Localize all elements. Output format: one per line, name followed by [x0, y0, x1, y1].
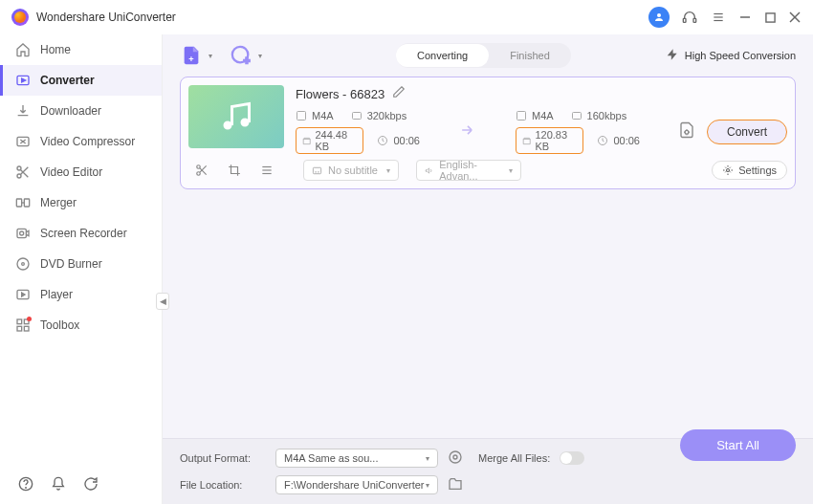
output-format-select[interactable]: M4A Same as sou... ▾: [275, 449, 438, 468]
svg-rect-36: [572, 113, 581, 120]
chevron-down-icon: ▾: [509, 166, 513, 175]
file-location-value: F:\Wondershare UniConverter: [284, 479, 425, 491]
sidebar-item-label: Toolbox: [40, 318, 79, 332]
svg-rect-1: [683, 18, 686, 22]
toolbox-icon: [15, 318, 31, 333]
add-url-button[interactable]: +: [230, 44, 253, 67]
sidebar-item-converter[interactable]: Converter: [0, 65, 162, 96]
settings-button[interactable]: Settings: [712, 161, 787, 180]
sidebar-item-recorder[interactable]: Screen Recorder: [0, 218, 162, 249]
output-format-label: Output Format:: [180, 452, 266, 464]
output-settings-icon[interactable]: [678, 121, 695, 142]
sidebar-item-home[interactable]: Home: [0, 34, 162, 65]
sidebar-item-label: Screen Recorder: [40, 227, 127, 240]
file-location-select[interactable]: F:\Wondershare UniConverter ▾: [275, 475, 438, 494]
help-icon[interactable]: [17, 475, 34, 493]
svg-rect-7: [765, 12, 774, 21]
subtitle-dropdown[interactable]: No subtitle ▾: [303, 160, 399, 181]
sidebar-item-compressor[interactable]: Video Compressor: [0, 126, 162, 157]
sidebar-item-label: Video Editor: [40, 165, 102, 179]
svg-point-19: [17, 258, 29, 270]
svg-rect-25: [17, 326, 22, 331]
svg-point-45: [727, 169, 730, 172]
chevron-down-icon: ▾: [426, 454, 429, 463]
titlebar: Wondershare UniConverter: [0, 0, 813, 34]
sidebar-item-label: Video Compressor: [40, 135, 135, 148]
src-bitrate: 320kbps: [351, 110, 407, 121]
play-icon: [15, 287, 31, 302]
svg-point-13: [17, 166, 21, 170]
svg-rect-16: [24, 199, 29, 207]
sidebar-item-editor[interactable]: Video Editor: [0, 157, 162, 187]
svg-point-20: [22, 263, 25, 266]
sidebar-item-label: Player: [40, 288, 73, 301]
svg-point-38: [685, 130, 689, 134]
merge-toggle[interactable]: [560, 451, 584, 465]
tab-finished[interactable]: Finished: [489, 44, 571, 67]
trim-icon[interactable]: [194, 163, 209, 178]
feedback-icon[interactable]: [82, 475, 99, 493]
sidebar-item-toolbox[interactable]: Toolbox: [0, 310, 162, 340]
merge-label: Merge All Files:: [478, 452, 550, 464]
format-settings-icon[interactable]: [448, 449, 463, 467]
edit-title-icon[interactable]: [392, 85, 406, 102]
notification-dot-icon: [27, 317, 32, 321]
sidebar-item-merger[interactable]: Merger: [0, 187, 162, 218]
scissors-icon: [15, 164, 31, 180]
high-speed-toggle[interactable]: High Speed Conversion: [666, 48, 796, 63]
sidebar-item-player[interactable]: Player: [0, 279, 162, 310]
dst-size-badge: 120.83 KB: [516, 127, 583, 154]
settings-label: Settings: [738, 164, 777, 176]
tab-converting[interactable]: Converting: [396, 44, 489, 67]
svg-marker-11: [22, 78, 26, 82]
home-icon: [15, 42, 31, 57]
output-format-value: M4A Same as sou...: [284, 452, 378, 464]
sidebar-item-dvd[interactable]: DVD Burner: [0, 249, 162, 279]
compressor-icon: [15, 134, 31, 149]
user-avatar-icon[interactable]: [648, 7, 670, 28]
svg-rect-2: [693, 18, 696, 22]
file-location-label: File Location:: [180, 479, 266, 491]
file-thumbnail[interactable]: [188, 85, 284, 148]
list-icon[interactable]: [259, 163, 275, 178]
file-title: Flowers - 66823: [296, 87, 385, 101]
svg-rect-15: [16, 199, 21, 207]
collapse-sidebar-button[interactable]: ◀: [156, 293, 169, 310]
svg-point-0: [657, 13, 661, 17]
svg-rect-32: [297, 112, 306, 121]
open-folder-icon[interactable]: [448, 476, 463, 493]
start-all-button[interactable]: Start All: [680, 429, 796, 461]
bolt-icon: [666, 48, 679, 63]
bell-icon[interactable]: [50, 475, 67, 493]
src-duration: 00:06: [377, 127, 420, 154]
svg-rect-23: [17, 319, 22, 324]
menu-icon[interactable]: [710, 9, 727, 26]
chevron-down-icon: ▾: [386, 166, 390, 175]
sidebar-item-downloader[interactable]: Downloader: [0, 96, 162, 126]
chevron-down-icon[interactable]: ▾: [258, 52, 262, 60]
high-speed-label: High Speed Conversion: [685, 50, 796, 61]
sidebar-item-label: Downloader: [40, 104, 101, 118]
svg-point-28: [26, 488, 27, 489]
svg-text:+: +: [244, 55, 250, 66]
chevron-down-icon[interactable]: ▾: [209, 52, 212, 60]
bottom-bar: Output Format: M4A Same as sou... ▾ Merg…: [163, 438, 813, 504]
tabs: Converting Finished: [396, 43, 571, 68]
close-button[interactable]: [788, 11, 802, 24]
svg-text:+: +: [188, 55, 193, 64]
headset-icon[interactable]: [681, 9, 698, 26]
minimize-button[interactable]: [738, 11, 752, 24]
svg-rect-44: [313, 167, 320, 173]
svg-point-47: [450, 451, 461, 463]
chevron-down-icon: ▾: [426, 481, 429, 490]
app-title: Wondershare UniConverter: [36, 11, 176, 24]
crop-icon[interactable]: [227, 163, 242, 178]
convert-button[interactable]: Convert: [707, 120, 787, 144]
add-file-button[interactable]: +: [180, 44, 203, 67]
audio-dropdown[interactable]: English-Advan... ▾: [416, 160, 521, 181]
maximize-button[interactable]: [763, 11, 777, 24]
recorder-icon: [15, 226, 31, 241]
download-icon: [15, 103, 31, 119]
src-format: M4A: [296, 110, 334, 121]
dst-duration: 00:06: [597, 127, 640, 154]
